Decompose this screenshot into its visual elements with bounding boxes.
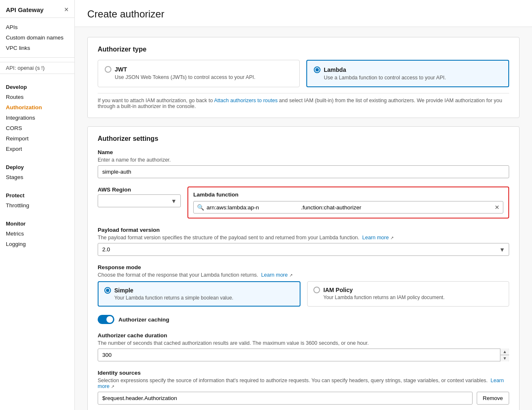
caching-toggle[interactable]	[98, 315, 114, 324]
iam-info-text: If you want to attach IAM authorization,…	[98, 98, 214, 103]
response-simple-radio[interactable]	[104, 287, 111, 294]
sidebar-item-custom-domain-names[interactable]: Custom domain names	[0, 32, 74, 43]
search-icon: 🔍	[197, 204, 204, 211]
response-mode-cards: Simple Your Lambda function returns a si…	[98, 281, 509, 307]
jwt-description: Use JSON Web Tokens (JWTs) to control ac…	[115, 74, 293, 80]
lambda-radio[interactable]	[314, 66, 320, 73]
aws-region-select-wrapper: ▼	[98, 194, 181, 207]
clear-icon[interactable]: ✕	[495, 204, 500, 211]
lambda-function-input[interactable]	[207, 204, 492, 211]
jwt-card-header: JWT	[105, 66, 293, 73]
lambda-function-label: Lambda function	[193, 191, 503, 198]
aws-region-select[interactable]	[98, 194, 181, 207]
name-label: Name	[98, 149, 509, 155]
sidebar-protect-group: Protect Throttling	[0, 184, 74, 212]
ext-link-icon: ↗	[390, 236, 394, 240]
lambda-function-field-wrapper: Lambda function 🔍 ✕	[187, 187, 509, 219]
cache-duration-input[interactable]	[98, 349, 509, 361]
cache-duration-label: Authorizer cache duration	[98, 332, 509, 339]
cache-duration-stepper-buttons: ▲ ▼	[500, 349, 509, 361]
lambda-card-header: Lambda	[314, 66, 502, 73]
response-iam-label: IAM Policy	[323, 287, 353, 293]
page-title: Create authorizer	[87, 8, 520, 20]
lambda-function-col: Lambda function 🔍 ✕	[187, 187, 509, 219]
response-iam-card[interactable]: IAM Policy Your Lambda function returns …	[307, 281, 509, 307]
sidebar-item-vpc-links[interactable]: VPC links	[0, 43, 74, 53]
main-content: Create authorizer Authorizer type JWT Us…	[75, 0, 532, 410]
cache-duration-hint: The number of seconds that cached author…	[98, 340, 509, 346]
cache-duration-decrement-button[interactable]: ▼	[500, 355, 509, 361]
sidebar-item-authorization[interactable]: Authorization	[0, 102, 74, 113]
sidebar-item-integrations[interactable]: Integrations	[0, 113, 74, 123]
sidebar-item-logging[interactable]: Logging	[0, 239, 74, 249]
caching-toggle-row: Authorizer caching	[98, 315, 509, 324]
response-mode-learn-more[interactable]: Learn more	[261, 272, 288, 278]
identity-sources-hint: Selection expressions specify the source…	[98, 378, 509, 389]
remove-identity-source-button[interactable]: Remove	[477, 392, 509, 405]
aws-region-col: AWS Region ▼	[98, 187, 181, 219]
caching-label: Authorizer caching	[118, 317, 169, 323]
name-input[interactable]	[98, 165, 509, 178]
sidebar-monitor-group: Monitor Metrics Logging	[0, 212, 74, 251]
sidebar-develop-group: Develop Routes Authorization Integration…	[0, 76, 74, 156]
jwt-radio[interactable]	[105, 66, 111, 73]
identity-sources-form-group: Identity sources Selection expressions s…	[98, 370, 509, 405]
iam-link[interactable]: Attach authorizers to routes	[214, 98, 278, 103]
sidebar-item-cors[interactable]: CORS	[0, 123, 74, 133]
sidebar-item-throttling[interactable]: Throttling	[0, 200, 74, 211]
sidebar-item-reimport[interactable]: Reimport	[0, 133, 74, 144]
jwt-type-card[interactable]: JWT Use JSON Web Tokens (JWTs) to contro…	[98, 60, 300, 87]
sidebar: API Gateway × APIs Custom domain names V…	[0, 0, 75, 410]
identity-source-row: Remove	[98, 392, 509, 405]
authorizer-settings-section: Authorizer settings Name Enter a name fo…	[87, 126, 520, 410]
sidebar-top-nav: APIs Custom domain names VPC links	[0, 18, 74, 55]
iam-info: If you want to attach IAM authorization,…	[98, 93, 509, 109]
sidebar-item-export[interactable]: Export	[0, 144, 74, 154]
identity-sources-label: Identity sources	[98, 370, 509, 376]
jwt-label: JWT	[115, 66, 127, 73]
sidebar-deploy-group: Deploy Stages	[0, 156, 74, 184]
lambda-search-wrapper: 🔍 ✕	[193, 201, 503, 214]
region-lambda-row: AWS Region ▼ Lambda function 🔍	[98, 187, 509, 219]
response-simple-label: Simple	[114, 287, 133, 294]
cache-duration-increment-button[interactable]: ▲	[500, 349, 509, 355]
authorizer-type-section: Authorizer type JWT Use JSON Web Tokens …	[87, 37, 520, 118]
name-hint: Enter a name for the authorizer.	[98, 157, 509, 163]
identity-ext-link-icon: ↗	[111, 384, 114, 389]
sidebar-header: API Gateway ×	[0, 0, 74, 18]
sidebar-section-deploy: Deploy	[0, 160, 74, 172]
payload-version-learn-more[interactable]: Learn more	[362, 235, 389, 241]
toggle-track	[98, 315, 114, 324]
sidebar-item-apis[interactable]: APIs	[0, 22, 74, 32]
sidebar-section-protect: Protect	[0, 188, 74, 200]
sidebar-item-metrics[interactable]: Metrics	[0, 228, 74, 239]
payload-version-label: Payload format version	[98, 227, 509, 233]
toggle-thumb	[106, 316, 113, 323]
lambda-type-card[interactable]: Lambda Use a Lambda function to control …	[306, 60, 509, 87]
page-header: Create authorizer	[75, 0, 532, 27]
identity-source-input[interactable]	[98, 392, 473, 405]
response-simple-card[interactable]: Simple Your Lambda function returns a si…	[98, 281, 300, 307]
cache-duration-stepper-wrapper: ▲ ▼	[98, 349, 509, 361]
sidebar-item-stages[interactable]: Stages	[0, 172, 74, 182]
sidebar-api-label: API: openai (s !)	[0, 62, 74, 74]
payload-version-form-group: Payload format version The payload forma…	[98, 227, 509, 256]
response-simple-header: Simple	[104, 287, 294, 294]
payload-version-select[interactable]: 1.0 2.0	[98, 243, 509, 256]
response-iam-desc: Your Lambda function returns an IAM poli…	[323, 295, 503, 300]
aws-region-label: AWS Region	[98, 187, 181, 193]
lambda-label: Lambda	[324, 66, 346, 73]
response-iam-header: IAM Policy	[313, 287, 503, 293]
response-mode-hint: Choose the format of the response that y…	[98, 272, 509, 278]
sidebar-section-develop: Develop	[0, 80, 74, 92]
response-mode-form-group: Response mode Choose the format of the r…	[98, 264, 509, 307]
authorizer-type-cards: JWT Use JSON Web Tokens (JWTs) to contro…	[98, 60, 509, 87]
sidebar-close-button[interactable]: ×	[64, 6, 69, 13]
sidebar-item-routes[interactable]: Routes	[0, 92, 74, 102]
authorizer-settings-title: Authorizer settings	[98, 135, 509, 142]
response-mode-label: Response mode	[98, 264, 509, 270]
response-ext-link-icon: ↗	[289, 273, 293, 277]
response-iam-radio[interactable]	[313, 287, 320, 293]
authorizer-type-title: Authorizer type	[98, 46, 509, 53]
payload-version-hint: The payload format version specifies the…	[98, 235, 509, 241]
